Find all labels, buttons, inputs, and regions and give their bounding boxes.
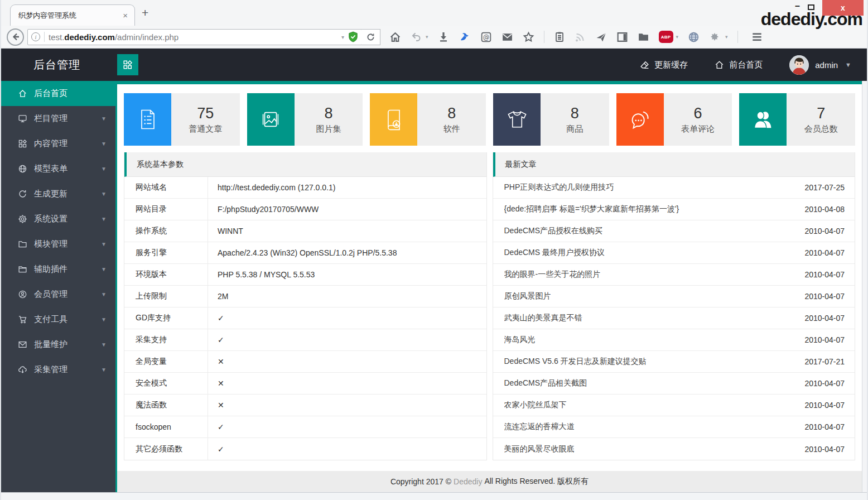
- chevron-down-icon: ▼: [845, 61, 851, 68]
- list-item[interactable]: 海岛风光2010-04-07: [493, 329, 855, 351]
- chevron-down-icon: ▼: [101, 316, 107, 323]
- document-icon: [124, 93, 171, 146]
- stat-card-comments[interactable]: 6表单评论: [616, 93, 732, 146]
- url-text[interactable]: test.dedediy.com/admin/index.php: [49, 32, 337, 42]
- menu-icon[interactable]: [751, 31, 763, 43]
- new-tab-button[interactable]: +: [142, 7, 148, 18]
- reload-button[interactable]: [361, 29, 380, 45]
- list-item[interactable]: PHP正则表达式的几则使用技巧2017-07-25: [493, 177, 855, 199]
- list-item[interactable]: 流连忘返的香樟大道2010-04-07: [493, 416, 855, 438]
- chevron-down-icon[interactable]: ▾: [426, 34, 428, 40]
- divider: [44, 32, 45, 42]
- shield-icon: [348, 31, 358, 42]
- stat-label: 商品: [566, 124, 583, 134]
- sidebar-item-settings[interactable]: 系统设置▼: [1, 206, 115, 232]
- back-button[interactable]: [7, 28, 24, 46]
- globe-icon: [18, 164, 27, 174]
- check-icon: ✓: [208, 329, 486, 350]
- stat-card-galleries[interactable]: 8图片集: [247, 93, 363, 146]
- adblock-icon[interactable]: ABP: [659, 31, 673, 43]
- download-icon[interactable]: [438, 31, 449, 42]
- gallery-icon: [247, 93, 295, 146]
- rss-icon[interactable]: [575, 31, 586, 42]
- sidebar-item-content[interactable]: 内容管理▼: [1, 131, 115, 156]
- user-menu[interactable]: admin ▼: [789, 55, 851, 75]
- table-row: 全局变量✕: [124, 351, 486, 373]
- sidebar-toggle-button[interactable]: [117, 54, 138, 75]
- list-item[interactable]: 农家小院丝瓜架下2010-04-07: [493, 395, 855, 416]
- panel-title: 系统基本参数: [124, 152, 486, 177]
- send-icon[interactable]: [595, 31, 607, 43]
- home-icon[interactable]: [389, 31, 401, 43]
- window-panel-icon[interactable]: [616, 31, 628, 43]
- table-row: 上传限制2M: [124, 286, 486, 307]
- browser-tab[interactable]: 织梦内容管理系统 ×: [10, 4, 135, 26]
- folder-icon: [18, 265, 27, 274]
- stat-card-software[interactable]: 8软件: [370, 93, 486, 146]
- stat-card-members[interactable]: 7会员总数: [739, 93, 855, 146]
- sidebar-item-payment[interactable]: 支付工具▼: [1, 307, 115, 332]
- chevron-down-icon: ▼: [101, 342, 107, 348]
- at-card-icon[interactable]: @: [480, 31, 492, 43]
- mail-icon[interactable]: [501, 31, 513, 43]
- chevron-down-icon[interactable]: ▾: [725, 34, 728, 40]
- urlbar-dropdown-icon[interactable]: ▾: [341, 34, 344, 40]
- sidebar-item-collect[interactable]: 采集管理▼: [1, 357, 115, 382]
- list-item[interactable]: 原创风景图片2010-04-07: [493, 286, 855, 307]
- sidebar-item-modules[interactable]: 模块管理▼: [1, 232, 115, 257]
- undo-icon[interactable]: [411, 31, 422, 42]
- refresh-icon: [18, 189, 27, 199]
- table-row: fsockopen✓: [124, 416, 486, 438]
- stat-label: 图片集: [316, 124, 341, 134]
- footer-brand-link[interactable]: Dedediy: [454, 477, 482, 486]
- list-item[interactable]: DedeCMS 最终用户授权协议2010-04-07: [493, 242, 855, 264]
- list-item[interactable]: DedeCMS V5.6 开发日志及新建议提交贴2017-07-21: [493, 351, 855, 373]
- window-frame-bottom: [1, 492, 867, 500]
- cloud-download-icon: [18, 365, 27, 374]
- sidebar-item-columns[interactable]: 栏目管理▼: [1, 106, 115, 131]
- star-icon[interactable]: [523, 31, 534, 43]
- list-item[interactable]: 美丽的风景尽收眼底2010-04-07: [493, 438, 855, 460]
- url-bar[interactable]: i test.dedediy.com/admin/index.php ▾: [27, 29, 362, 45]
- divider: [544, 31, 544, 43]
- chevron-down-icon: ▼: [101, 166, 107, 172]
- tab-close-icon[interactable]: ×: [122, 11, 129, 20]
- stat-value: 75: [197, 105, 214, 122]
- watermark-text: dedediy.com: [761, 9, 862, 30]
- sidebar-item-generate[interactable]: 生成更新▼: [1, 181, 115, 206]
- sidebar: 后台首页 栏目管理▼ 内容管理▼ 模型表单▼ 生成更新▼: [1, 81, 117, 492]
- table-row: 网站目录F:/phpStudy20170705/WWW: [124, 199, 486, 220]
- sidebar-item-dashboard[interactable]: 后台首页: [1, 81, 117, 106]
- sidebar-item-batch[interactable]: 批量维护▼: [1, 332, 115, 357]
- list-item[interactable]: DedeCMS产品相关截图2010-04-07: [493, 373, 855, 395]
- list-item[interactable]: 武夷山的美景真是不错2010-04-07: [493, 307, 855, 329]
- table-row: 服务引擎Apache/2.4.23 (Win32) OpenSSL/1.0.2j…: [124, 242, 486, 264]
- browser-toolbar: ▾ @ ABP ▾ ▾: [389, 31, 763, 43]
- svg-text:@: @: [483, 33, 489, 41]
- list-item[interactable]: DedeCMS产品授权在线购买2010-04-07: [493, 220, 855, 242]
- panels: 系统基本参数 网站域名http://test.dedediy.com (127.…: [124, 152, 855, 460]
- sidebar-item-members[interactable]: 会员管理▼: [1, 282, 115, 307]
- table-row: 环境版本PHP 5.5.38 / MYSQL 5.5.53: [124, 264, 486, 286]
- chevron-down-icon: ▼: [101, 367, 107, 373]
- sidebar-item-model-forms[interactable]: 模型表单▼: [1, 156, 115, 181]
- stat-card-products[interactable]: 8商品: [493, 93, 609, 146]
- list-item[interactable]: 我的眼界-一些关于花的照片2010-04-07: [493, 264, 855, 286]
- chevron-down-icon: ▼: [101, 141, 107, 147]
- frontend-home-button[interactable]: 前台首页: [715, 60, 763, 70]
- bird-icon[interactable]: [459, 31, 471, 43]
- folder-icon[interactable]: [638, 31, 649, 43]
- list-item[interactable]: {dede:招聘启事 标题='织梦大家庭新年招募第一波'}2010-04-08: [493, 199, 855, 220]
- scrollbar[interactable]: [862, 81, 867, 492]
- sidebar-item-plugins[interactable]: 辅助插件▼: [1, 257, 115, 282]
- globe-icon[interactable]: [688, 31, 700, 43]
- update-cache-button[interactable]: 更新缓存: [640, 60, 688, 70]
- chevron-down-icon[interactable]: ▾: [676, 34, 679, 40]
- stat-card-articles[interactable]: 75普通文章: [124, 93, 240, 146]
- plugin-icon[interactable]: [709, 31, 720, 42]
- grid-icon: [123, 60, 133, 70]
- user-icon: [18, 290, 27, 299]
- clipboard-icon[interactable]: [554, 31, 565, 42]
- info-icon[interactable]: i: [31, 32, 40, 41]
- stat-value: 7: [817, 105, 825, 122]
